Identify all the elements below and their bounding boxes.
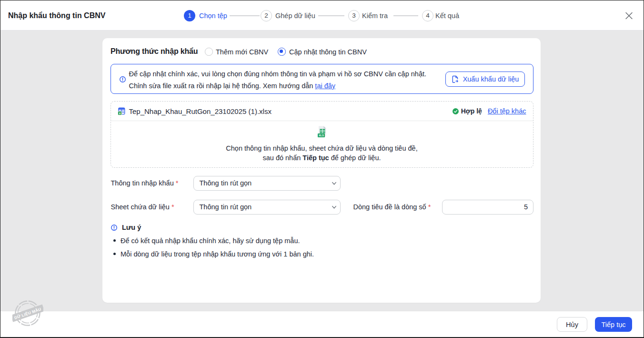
svg-text:XLS: XLS — [319, 134, 324, 137]
